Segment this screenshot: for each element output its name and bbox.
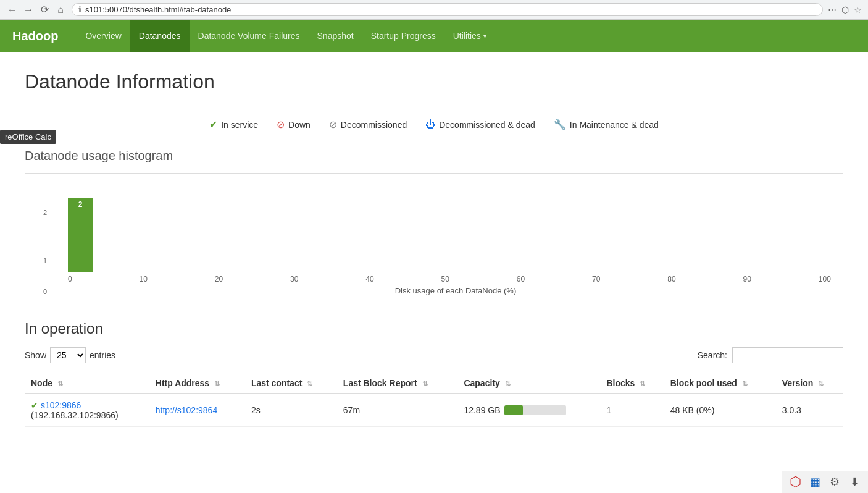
browser-actions: ⋯ ⬡ ☆ xyxy=(828,5,862,15)
status-in-service-label: In service xyxy=(221,120,258,130)
nav-item-utilities[interactable]: Utilities ▾ xyxy=(444,20,495,52)
x-tick-30: 30 xyxy=(290,275,298,284)
back-button[interactable]: ← xyxy=(6,4,19,16)
capacity-text: 12.89 GB xyxy=(464,405,500,415)
search-input[interactable] xyxy=(732,347,843,363)
divider-histogram xyxy=(25,173,843,174)
divider-1 xyxy=(25,106,843,106)
x-tick-100: 100 xyxy=(819,275,831,284)
status-in-maintenance-dead-label: In Maintenance & dead xyxy=(570,120,659,130)
status-in-service: ✔ In service xyxy=(209,119,258,130)
top-nav: Hadoop Overview Datanodes Datanode Volum… xyxy=(0,20,868,52)
x-tick-60: 60 xyxy=(517,275,525,284)
nav-item-datanode-volume-failures[interactable]: Datanode Volume Failures xyxy=(190,20,309,52)
x-tick-80: 80 xyxy=(667,275,675,284)
nav-item-datanodes[interactable]: Datanodes xyxy=(130,20,190,52)
home-button[interactable]: ⌂ xyxy=(54,4,67,16)
cell-block-pool-used: 48 KB (0%) xyxy=(664,394,776,427)
address-bar[interactable]: ℹ s101:50070/dfshealth.html#tab-datanode xyxy=(72,3,823,16)
nav-item-overview[interactable]: Overview xyxy=(77,20,130,52)
x-axis-label: Disk usage of each DataNode (%) xyxy=(68,286,843,295)
nav-item-snapshot[interactable]: Snapshot xyxy=(309,20,362,52)
browser-bar: ← → ⟳ ⌂ ℹ s101:50070/dfshealth.html#tab-… xyxy=(0,0,868,20)
entries-suffix: entries xyxy=(90,350,115,360)
info-icon: ℹ xyxy=(78,5,81,14)
main-content: Datanode Information ✔ In service ⊘ Down… xyxy=(0,52,868,445)
sort-icon-capacity: ⇅ xyxy=(505,380,511,387)
nav-brand: Hadoop xyxy=(6,29,64,43)
decommissioned-dead-icon: ⏻ xyxy=(425,119,435,130)
node-status-icon: ✔ xyxy=(31,400,38,410)
col-http-address[interactable]: Http Address ⇅ xyxy=(149,373,245,394)
table-controls: Show 10 25 50 100 entries Search: xyxy=(25,347,843,363)
cell-http-address: http://s102:9864 xyxy=(149,394,245,427)
status-decommissioned: ⊘ Decommissioned xyxy=(329,119,407,130)
search-label: Search: xyxy=(698,350,727,360)
col-node[interactable]: Node ⇅ xyxy=(25,373,149,394)
x-tick-10: 10 xyxy=(140,275,148,284)
col-block-pool-used[interactable]: Block pool used ⇅ xyxy=(664,373,776,394)
down-icon: ⊘ xyxy=(277,119,285,130)
sort-icon-blocks: ⇅ xyxy=(640,380,645,387)
histogram-title: Datanode usage histogram xyxy=(25,149,843,163)
libreoffice-tooltip: reOffice Calc xyxy=(0,130,56,144)
x-tick-90: 90 xyxy=(743,275,751,284)
table-row: ✔ s102:9866 (192.168.32.102:9866) http:/… xyxy=(25,394,843,427)
capacity-bar-outer xyxy=(504,405,566,415)
url-text: s101:50070/dfshealth.html#tab-datanode xyxy=(85,5,231,14)
sort-icon-contact: ⇅ xyxy=(307,380,312,387)
x-tick-0: 0 xyxy=(68,275,72,284)
capacity-bar-inner xyxy=(504,405,523,415)
sort-icon-pool: ⇅ xyxy=(742,380,748,387)
cell-last-block-report: 67m xyxy=(337,394,458,427)
capacity-bar-container: 12.89 GB xyxy=(464,405,594,415)
col-blocks[interactable]: Blocks ⇅ xyxy=(600,373,664,394)
cell-blocks: 1 xyxy=(600,394,664,427)
x-tick-40: 40 xyxy=(365,275,373,284)
sort-icon-block-report: ⇅ xyxy=(422,380,428,387)
sort-icon-node: ⇅ xyxy=(57,380,63,387)
status-decommissioned-label: Decommissioned xyxy=(341,120,407,130)
histogram-bar-0: 2 xyxy=(68,198,93,272)
col-last-contact[interactable]: Last contact ⇅ xyxy=(245,373,337,394)
node-sub: (192.168.32.102:9866) xyxy=(31,410,119,420)
status-down-label: Down xyxy=(288,120,311,130)
bar-label-0: 2 xyxy=(68,200,93,209)
col-last-block-report[interactable]: Last Block Report ⇅ xyxy=(337,373,458,394)
sort-icon-version: ⇅ xyxy=(818,380,824,387)
status-in-maintenance-dead: 🔧 In Maintenance & dead xyxy=(554,119,659,130)
bookmark-icon[interactable]: ⬡ xyxy=(841,5,849,15)
more-icon[interactable]: ⋯ xyxy=(828,5,837,15)
histogram-chart: 2 xyxy=(68,186,831,272)
http-address-link[interactable]: http://s102:9864 xyxy=(156,405,217,415)
node-link[interactable]: s102:9866 xyxy=(41,400,81,410)
reload-button[interactable]: ⟳ xyxy=(38,4,51,16)
maintenance-icon: 🔧 xyxy=(554,119,566,130)
datanodes-table: Node ⇅ Http Address ⇅ Last contact ⇅ Las… xyxy=(25,373,843,427)
nav-item-startup-progress[interactable]: Startup Progress xyxy=(362,20,444,52)
col-version[interactable]: Version ⇅ xyxy=(776,373,843,394)
sort-icon-http: ⇅ xyxy=(214,380,220,387)
browser-nav: ← → ⟳ ⌂ xyxy=(6,4,67,16)
show-entries-control: Show 10 25 50 100 entries xyxy=(25,347,115,363)
decommissioned-icon: ⊘ xyxy=(329,119,337,130)
x-tick-50: 50 xyxy=(441,275,449,284)
x-tick-20: 20 xyxy=(215,275,223,284)
cell-version: 3.0.3 xyxy=(776,394,843,427)
star-icon[interactable]: ☆ xyxy=(854,5,862,15)
show-label: Show xyxy=(25,350,46,360)
forward-button[interactable]: → xyxy=(22,4,35,16)
table-header-row: Node ⇅ Http Address ⇅ Last contact ⇅ Las… xyxy=(25,373,843,394)
page-title: Datanode Information xyxy=(25,70,843,93)
x-axis: 0 10 20 30 40 50 60 70 80 90 100 xyxy=(68,275,831,284)
histogram-section: Datanode usage histogram 0 1 2 2 xyxy=(25,149,843,295)
col-capacity[interactable]: Capacity ⇅ xyxy=(457,373,600,394)
entries-select[interactable]: 10 25 50 100 xyxy=(50,347,86,363)
check-icon: ✔ xyxy=(209,119,217,130)
status-legend: ✔ In service ⊘ Down ⊘ Decommissioned ⏻ D… xyxy=(25,119,843,130)
status-decommissioned-dead-label: Decommissioned & dead xyxy=(439,120,535,130)
status-decommissioned-dead: ⏻ Decommissioned & dead xyxy=(425,119,535,130)
in-operation-title: In operation xyxy=(25,320,843,337)
search-area: Search: xyxy=(698,347,843,363)
status-down: ⊘ Down xyxy=(277,119,311,130)
